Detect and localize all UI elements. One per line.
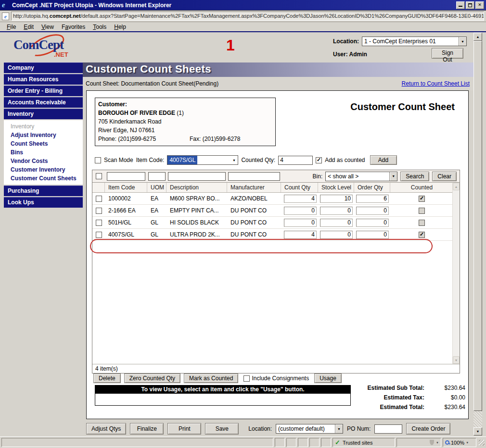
filter-manufacturer-input[interactable] xyxy=(228,172,280,181)
stock-level-input[interactable] xyxy=(320,207,353,215)
minimize-button[interactable] xyxy=(456,1,465,9)
menu-favorites[interactable]: Favorites xyxy=(58,23,89,31)
scroll-up-icon[interactable]: ▲ xyxy=(453,183,460,190)
clear-button[interactable]: Clear xyxy=(432,172,457,181)
sidebar-item-accounts-receivable[interactable]: Accounts Receivable xyxy=(4,97,83,108)
count-qty-input[interactable] xyxy=(284,231,317,239)
menu-bar: FileEditViewFavoritesToolsHelp xyxy=(0,22,486,32)
sidebar-item-company[interactable]: Company xyxy=(4,62,83,73)
order-qty-input[interactable] xyxy=(356,219,389,227)
sidebar-item-purchasing[interactable]: Purchasing xyxy=(4,186,83,196)
sidebar-item-inventory[interactable]: Inventory xyxy=(4,109,83,119)
maximize-button[interactable] xyxy=(466,1,474,9)
resize-grip[interactable] xyxy=(479,440,485,446)
customer-phone: Phone: (201)599-6275 xyxy=(98,135,190,143)
scrollbar-thumb[interactable] xyxy=(473,41,482,411)
location-select[interactable]: 1 - ComCept Enterprises 01 ▼ xyxy=(362,37,467,46)
zoom-control[interactable]: 100% ▼ xyxy=(443,438,476,447)
counted-checkbox[interactable] xyxy=(419,232,425,238)
zero-counted-qty-button[interactable]: Zero Counted Qty xyxy=(124,373,180,383)
scroll-up-icon[interactable]: ▲ xyxy=(473,33,482,41)
menu-file[interactable]: File xyxy=(3,23,20,31)
sidebar-subitem-customer-inventory[interactable]: Customer Inventory xyxy=(11,165,83,174)
bin-select[interactable]: < show all > ▼ xyxy=(325,172,397,181)
sidebar-item-look-ups[interactable]: Look Ups xyxy=(4,197,83,208)
sidebar-subitem-count-sheets[interactable]: Count Sheets xyxy=(11,139,83,148)
count-qty-input[interactable] xyxy=(284,207,317,215)
menu-edit[interactable]: Edit xyxy=(20,23,38,31)
item-code-combo[interactable]: 4007S/GL ▼ xyxy=(167,155,238,165)
sidebar-subitem-customer-count-sheets[interactable]: Customer Count Sheets xyxy=(11,174,83,183)
sign-out-button[interactable]: Sign Out xyxy=(432,48,463,59)
count-qty-input[interactable] xyxy=(284,195,317,203)
row-select-checkbox[interactable] xyxy=(96,208,102,214)
row-select-checkbox[interactable] xyxy=(96,232,102,238)
sidebar-item-human-resources[interactable]: Human Resources xyxy=(4,74,83,85)
col-uom: UOM xyxy=(147,183,166,192)
delete-button[interactable]: Delete xyxy=(93,373,121,383)
filter-row: Bin: < show all > ▼ Search Clear xyxy=(92,170,460,183)
chevron-down-icon[interactable]: ▼ xyxy=(459,37,466,46)
close-button[interactable]: ✕ xyxy=(475,1,484,9)
item-code-label: Item Code: xyxy=(136,157,165,163)
protected-mode-panel[interactable]: ▼ xyxy=(396,438,441,447)
scroll-down-icon[interactable]: ▼ xyxy=(473,427,482,436)
filter-uom-input[interactable] xyxy=(148,172,166,181)
include-consignments-checkbox[interactable] xyxy=(243,375,250,382)
tax-value: $0.00 xyxy=(424,394,465,401)
counted-checkbox[interactable] xyxy=(419,208,425,214)
usage-button[interactable]: Usage xyxy=(314,373,342,383)
order-qty-input[interactable] xyxy=(356,195,389,203)
menu-help[interactable]: Help xyxy=(110,23,130,31)
chevron-down-icon[interactable]: ▼ xyxy=(230,156,238,164)
finalize-button[interactable]: Finalize xyxy=(130,423,164,435)
create-order-button[interactable]: Create Order xyxy=(406,423,450,435)
row-select-checkbox[interactable] xyxy=(96,220,102,226)
url-input[interactable]: http://utopia.hq.comcept.net/default.asp… xyxy=(11,12,484,21)
scrollbar-track[interactable] xyxy=(473,411,482,427)
return-to-count-sheet-list-link[interactable]: Return to Count Sheet List xyxy=(402,80,470,87)
security-zone-panel: ✓ Trusted sites xyxy=(333,438,395,447)
grid-scrollbar[interactable]: ▲ ▼ xyxy=(452,183,460,364)
chevron-down-icon[interactable]: ▼ xyxy=(335,424,343,433)
counted-checkbox[interactable] xyxy=(419,196,425,202)
adjust-qtys-button[interactable]: Adjust Qtys xyxy=(86,423,126,435)
total-value: $230.64 xyxy=(424,404,465,411)
count-qty-input[interactable] xyxy=(284,219,317,227)
sidebar-item-order-entry-billing[interactable]: Order Entry - Billing xyxy=(4,86,83,96)
add-button[interactable]: Add xyxy=(370,155,397,165)
table-row: 501H/GL GL HI SOLIDS BLACK DU PONT CO xyxy=(92,217,453,229)
order-qty-input[interactable] xyxy=(356,231,389,239)
sidebar-subitem-vendor-costs[interactable]: Vendor Costs xyxy=(11,157,83,165)
menu-view[interactable]: View xyxy=(38,23,58,31)
grid-scroll-track[interactable] xyxy=(453,190,460,356)
add-as-counted-checkbox[interactable] xyxy=(316,157,322,163)
bottom-location-select[interactable]: (customer default) ▼ xyxy=(276,424,343,434)
chevron-down-icon[interactable]: ▼ xyxy=(466,441,469,444)
po-num-input[interactable] xyxy=(374,424,402,434)
filter-item-code-input[interactable] xyxy=(107,172,145,181)
row-select-checkbox[interactable] xyxy=(96,196,102,202)
sidebar-subitem-inventory: Inventory xyxy=(11,122,83,131)
sidebar-subitem-bins[interactable]: Bins xyxy=(11,148,83,157)
sidebar-subitem-adjust-inventory[interactable]: Adjust Inventory xyxy=(11,131,83,139)
item-count-status: 4 item(s) xyxy=(92,364,460,373)
save-button[interactable]: Save xyxy=(205,423,239,435)
chevron-down-icon[interactable]: ▼ xyxy=(389,172,397,181)
select-all-checkbox[interactable] xyxy=(96,173,102,179)
window-scrollbar[interactable]: ▲ ▼ xyxy=(473,33,482,436)
search-button[interactable]: Search xyxy=(400,172,429,181)
stock-level-input[interactable] xyxy=(320,195,353,203)
scan-mode-checkbox[interactable] xyxy=(95,157,101,163)
counted-qty-input[interactable] xyxy=(278,156,313,165)
order-qty-input[interactable] xyxy=(356,207,389,215)
mark-as-counted-button[interactable]: Mark as Counted xyxy=(184,373,238,383)
menu-tools[interactable]: Tools xyxy=(89,23,110,31)
chevron-down-icon[interactable]: ▼ xyxy=(436,441,439,444)
filter-description-input[interactable] xyxy=(168,172,226,181)
print-button[interactable]: Print xyxy=(167,423,201,435)
scroll-down-icon[interactable]: ▼ xyxy=(453,356,460,364)
stock-level-input[interactable] xyxy=(320,231,353,239)
counted-checkbox[interactable] xyxy=(419,220,425,226)
stock-level-input[interactable] xyxy=(320,219,353,227)
